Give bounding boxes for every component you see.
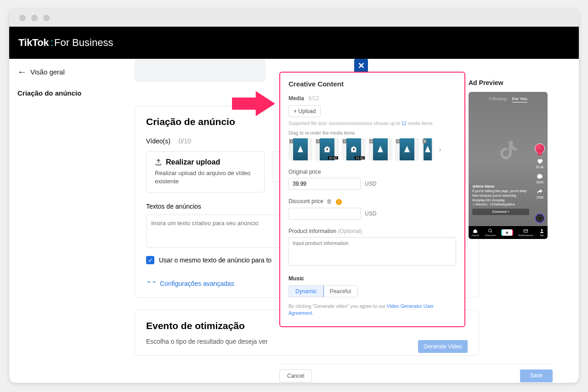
ad-preview-section: Ad Preview Following For You 25.3k <box>469 72 556 239</box>
left-sidebar: ← Visão geral Criação do anúncio <box>9 59 123 383</box>
nav-home[interactable]: Home <box>472 228 479 237</box>
nav-discover[interactable]: Discover <box>485 228 496 237</box>
svg-marker-1 <box>232 91 275 116</box>
discount-price-input[interactable] <box>288 208 361 220</box>
top-bar: TikTok :For Business <box>9 27 579 59</box>
music-label: Music <box>288 275 456 282</box>
like-button[interactable]: 25.3k <box>536 158 543 169</box>
media-label: Media <box>288 95 304 102</box>
advanced-label: Configurações avançadas <box>160 280 234 287</box>
panel-title: Creative Content <box>288 80 456 88</box>
music-label[interactable]: ♫ Woohoo · ChristinaAguilera <box>472 202 529 207</box>
original-price-input[interactable] <box>288 178 361 190</box>
music-disc-icon[interactable] <box>535 213 545 223</box>
music-tabs: Dynamic Peaceful <box>288 285 358 297</box>
chevron-right-icon[interactable]: › <box>436 138 444 160</box>
nickname[interactable]: @Nick Name <box>472 184 529 189</box>
media-thumbnails: 1 201:02 321:02 4 5 6 › <box>288 138 456 160</box>
brand-suffix: :For Business <box>50 37 113 49</box>
cancel-button[interactable]: Cancel <box>279 369 312 382</box>
svg-point-2 <box>489 229 492 232</box>
upload-subtitle: Realizar upload do arquivo de vídeo exis… <box>155 169 256 186</box>
media-thumb[interactable]: 1 <box>288 138 312 160</box>
media-thumb[interactable]: 321:02 <box>342 138 366 160</box>
upload-option-card[interactable]: Realizar upload Realizar upload do arqui… <box>146 151 265 193</box>
footer-actions: Cancel Save <box>279 364 553 382</box>
tiktok-logo-icon <box>497 139 519 162</box>
brand-logo: TikTok <box>18 37 49 49</box>
currency-label: USD <box>365 181 376 187</box>
tab-following[interactable]: Following <box>489 97 506 101</box>
video-meta: @Nick Name If you're visiting this page,… <box>472 184 529 215</box>
discount-price-label: Discount price 🗑 ! <box>288 198 456 205</box>
upload-button[interactable]: + Upload <box>288 105 321 117</box>
music-tab-dynamic[interactable]: Dynamic <box>288 285 324 297</box>
preview-title: Ad Preview <box>469 79 556 86</box>
save-button[interactable]: Save <box>520 369 553 382</box>
currency-label: USD <box>365 210 376 217</box>
download-button[interactable]: Download + <box>472 209 529 215</box>
close-button[interactable]: ✕ <box>354 59 368 73</box>
arrow-left-icon: ← <box>17 67 27 76</box>
placeholder-block <box>135 59 266 82</box>
window-controls <box>9 9 579 27</box>
window-dot <box>19 15 26 21</box>
original-price-label: Original price <box>288 169 456 175</box>
music-tab-peaceful[interactable]: Peaceful <box>323 286 358 297</box>
svg-point-4 <box>541 229 543 231</box>
back-link[interactable]: ← Visão geral <box>17 67 119 76</box>
sidebar-item-active[interactable]: Criação do anúncio <box>17 89 119 97</box>
phone-mock: Following For You 25.3k 3456 <box>469 92 548 239</box>
reorder-label: Drag to re-order the media items <box>288 131 456 136</box>
share-button[interactable]: 1256 <box>536 188 543 199</box>
checkbox-checked-icon: ✓ <box>146 256 154 264</box>
comment-button[interactable]: 3456 <box>536 173 543 184</box>
trash-icon[interactable]: 🗑 <box>327 198 332 205</box>
phone-nav: Home Discover + Notifications Me <box>469 226 548 239</box>
chevron-up-icon: ⌃⌃ <box>146 280 157 287</box>
back-label: Visão geral <box>30 68 65 76</box>
support-text: Supported file size: xxxxxxxxxxxxxxxxxxx… <box>288 121 456 126</box>
warning-icon: ! <box>336 199 342 205</box>
videos-label: Vídeo(s) <box>146 137 170 145</box>
media-thumb[interactable]: 5 <box>395 138 419 160</box>
nav-create[interactable]: + <box>502 229 512 236</box>
generate-video-button[interactable]: Generate Video <box>418 340 468 353</box>
pointer-arrow-icon <box>232 91 275 116</box>
upload-icon <box>155 159 162 166</box>
window-dot <box>43 15 50 21</box>
window-dot <box>31 15 38 21</box>
product-info-input[interactable] <box>288 237 456 266</box>
nav-me[interactable]: Me <box>539 228 544 237</box>
nav-inbox[interactable]: Notifications <box>518 228 533 237</box>
agreement-text: By clicking "Generate video" you agree t… <box>288 303 456 318</box>
checkbox-label: Usar o mesmo texto de anúncio para to <box>159 256 271 264</box>
media-count: 6/12 <box>308 95 319 102</box>
upload-title: Realizar upload <box>166 158 220 166</box>
media-thumb[interactable]: 201:02 <box>315 138 339 160</box>
videos-count: 0/10 <box>179 137 191 145</box>
media-thumb[interactable]: 4 <box>368 138 392 160</box>
video-description: If you're visiting this page, you're lik… <box>472 189 529 202</box>
close-icon: ✕ <box>358 61 365 71</box>
tab-for-you[interactable]: For You <box>512 97 527 102</box>
creative-content-panel: Creative Content Media 6/12 + Upload Sup… <box>279 72 465 327</box>
avatar-icon[interactable] <box>535 143 545 153</box>
product-info-label: Product information (Optional) <box>288 228 456 234</box>
media-thumb[interactable]: 6 <box>422 138 434 160</box>
